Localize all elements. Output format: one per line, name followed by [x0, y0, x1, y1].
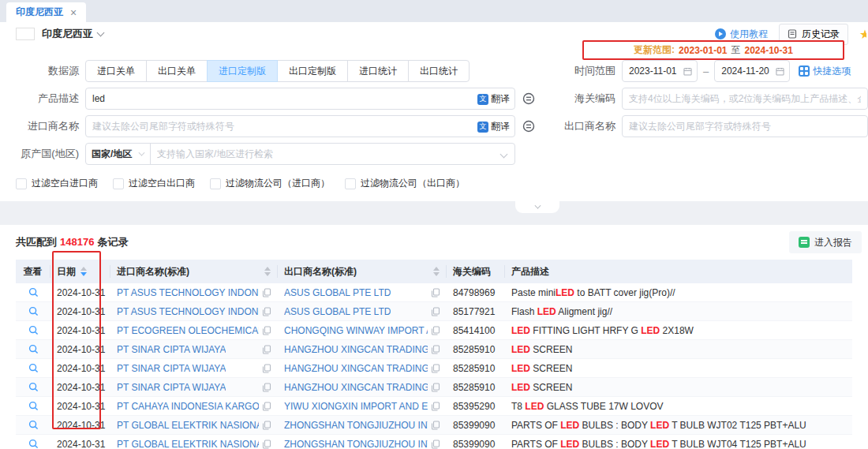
copy-icon[interactable]: [431, 307, 440, 316]
exporter-link[interactable]: ZHONGSHAN TONGJIUZHOU INTERNA...: [284, 439, 428, 449]
importer-link[interactable]: PT GLOBAL ELEKTRIK NASIONAL: [117, 420, 259, 431]
exporter-link[interactable]: HANGZHOU XINGCAN TRADING CO LTD: [284, 344, 428, 355]
copy-icon[interactable]: [262, 364, 271, 373]
date-from-input[interactable]: 2023-11-01: [622, 60, 698, 82]
importer-link[interactable]: PT ECOGREEN OLEOCHEMICALS: [117, 325, 259, 336]
importer-link[interactable]: PT ASUS TECHNOLOGY INDONESIA BA...: [117, 306, 259, 317]
view-record-button[interactable]: [16, 382, 51, 392]
date-to-input[interactable]: 2024-11-20: [714, 60, 790, 82]
exporter-link[interactable]: ZHONGSHAN TONGJIUZHOU INTERNA...: [284, 420, 428, 431]
close-icon[interactable]: ×: [70, 7, 77, 18]
importer-link[interactable]: PT CAHAYA INDONESIA KARGO: [117, 401, 259, 412]
copy-icon[interactable]: [262, 421, 271, 430]
checkbox-icon[interactable]: [210, 178, 221, 189]
match-mode-icon[interactable]: [522, 92, 535, 105]
history-button[interactable]: 历史记录: [779, 24, 848, 45]
filter-checkbox[interactable]: 过滤空白出口商: [113, 177, 195, 190]
exporter-link[interactable]: HANGZHOU XINGCAN TRADING CO LTD: [284, 382, 428, 393]
product-desc-input[interactable]: [85, 88, 515, 110]
search-icon[interactable]: [28, 287, 39, 297]
copy-icon[interactable]: [431, 383, 440, 392]
chevron-down-icon[interactable]: [97, 29, 105, 37]
importer-input[interactable]: [85, 115, 515, 137]
filter-checkbox[interactable]: 过滤物流公司（进口商）: [210, 177, 330, 190]
sort-importer[interactable]: [264, 267, 271, 276]
datasource-option[interactable]: 进口关单: [85, 60, 147, 82]
view-record-button[interactable]: [16, 363, 51, 373]
origin-search-input[interactable]: [151, 144, 501, 164]
datasource-option[interactable]: 进口定制版: [207, 60, 278, 82]
copy-icon[interactable]: [262, 345, 271, 354]
match-mode-icon[interactable]: [522, 120, 535, 133]
checkbox-icon[interactable]: [16, 178, 27, 189]
importer-link[interactable]: PT SINAR CIPTA WIJAYA: [117, 382, 226, 393]
tab-bar: 印度尼西亚 ×: [0, 0, 868, 22]
search-icon[interactable]: [28, 363, 39, 373]
copy-icon[interactable]: [262, 402, 271, 411]
exporter-link[interactable]: HANGZHOU XINGCAN TRADING CO LTD: [284, 363, 428, 374]
copy-icon[interactable]: [431, 345, 440, 354]
sort-date[interactable]: [80, 267, 87, 276]
chevron-down-icon[interactable]: [500, 151, 508, 159]
hs-code-label: 海关编码: [539, 92, 622, 106]
search-icon[interactable]: [28, 420, 39, 430]
search-icon[interactable]: [28, 344, 39, 354]
enter-report-button[interactable]: 进入报告: [789, 231, 862, 253]
row-description: Flash LED Aligment jig//: [505, 306, 852, 317]
view-record-button[interactable]: [16, 344, 51, 354]
copy-icon[interactable]: [431, 440, 440, 449]
sort-exporter[interactable]: [433, 267, 440, 276]
quick-options-link[interactable]: 快捷选项: [799, 65, 851, 78]
hs-code-input[interactable]: [622, 88, 868, 110]
exporter-link[interactable]: ASUS GLOBAL PTE LTD: [284, 306, 391, 317]
importer-link[interactable]: PT SINAR CIPTA WIJAYA: [117, 344, 226, 355]
translate-button[interactable]: 文翻译: [477, 120, 510, 133]
filter-checkbox[interactable]: 过滤空白进口商: [16, 177, 98, 190]
search-icon[interactable]: [28, 325, 39, 335]
tab-indonesia[interactable]: 印度尼西亚 ×: [6, 2, 86, 22]
history-icon: [788, 29, 797, 39]
view-record-button[interactable]: [16, 287, 51, 297]
view-record-button[interactable]: [16, 325, 51, 335]
copy-icon[interactable]: [431, 364, 440, 373]
exporter-link[interactable]: CHONGQING WINWAY IMPORT AND E...: [284, 325, 428, 336]
copy-icon[interactable]: [431, 326, 440, 335]
view-record-button[interactable]: [16, 439, 51, 449]
datasource-option[interactable]: 进口统计: [347, 60, 409, 82]
filter-checkbox[interactable]: 过滤物流公司（出口商）: [345, 177, 465, 190]
importer-link[interactable]: PT SINAR CIPTA WIJAYA: [117, 363, 226, 374]
exporter-link[interactable]: ASUS GLOBAL PTE LTD: [284, 287, 391, 298]
table-row: 2024-10-31PT SINAR CIPTA WIJAYAHANGZHOU …: [16, 378, 852, 397]
view-record-button[interactable]: [16, 401, 51, 411]
copy-icon[interactable]: [262, 383, 271, 392]
exporter-link[interactable]: YIWU XIONGXIN IMPORT AND EXPORT...: [284, 401, 428, 412]
collapse-form-button[interactable]: [515, 201, 559, 213]
search-icon[interactable]: [28, 401, 39, 411]
copy-icon[interactable]: [431, 402, 440, 411]
importer-link[interactable]: PT GLOBAL ELEKTRIK NASIONAL: [117, 439, 259, 449]
tutorial-link[interactable]: 使用教程: [715, 28, 768, 41]
checkbox-icon[interactable]: [113, 178, 124, 189]
search-icon[interactable]: [28, 382, 39, 392]
copy-icon[interactable]: [262, 326, 271, 335]
copy-icon[interactable]: [262, 288, 271, 297]
copy-icon[interactable]: [262, 440, 271, 449]
checkbox-icon[interactable]: [345, 178, 356, 189]
copy-icon[interactable]: [431, 421, 440, 430]
datasource-option[interactable]: 出口定制版: [277, 60, 348, 82]
importer-link[interactable]: PT ASUS TECHNOLOGY INDONESIA BA...: [117, 287, 259, 298]
copy-icon[interactable]: [431, 288, 440, 297]
row-hs-code: 85285910: [447, 382, 505, 393]
copy-icon[interactable]: [262, 307, 271, 316]
search-icon[interactable]: [28, 306, 39, 316]
view-record-button[interactable]: [16, 420, 51, 430]
star-icon[interactable]: ★: [859, 27, 866, 42]
search-icon[interactable]: [28, 439, 39, 449]
translate-button[interactable]: 文翻译: [477, 92, 510, 106]
view-record-button[interactable]: [16, 306, 51, 316]
datasource-option[interactable]: 出口关单: [146, 60, 208, 82]
origin-type-select[interactable]: 国家/地区: [86, 144, 151, 164]
exporter-input[interactable]: [622, 115, 868, 137]
datasource-option[interactable]: 出口统计: [408, 60, 470, 82]
row-description: LED FITTING LIGHT HRFY G LED 2X18W: [505, 325, 852, 336]
